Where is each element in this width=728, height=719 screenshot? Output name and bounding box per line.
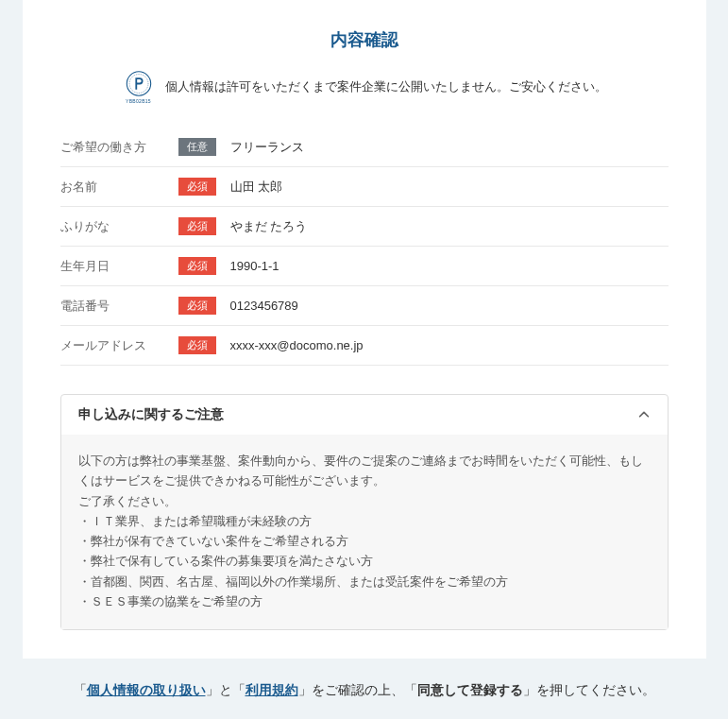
notes-accordion: 申し込みに関するご注意 以下の方は弊社の事業基盤、案件動向から、要件のご提案のご… [60, 394, 669, 630]
privacy-text: 個人情報は許可をいただくまで案件企業に公開いたしません。ご安心ください。 [165, 78, 607, 95]
badge-required: 必須 [178, 257, 216, 275]
value-workstyle: フリーランス [230, 139, 304, 156]
badge-required: 必須 [178, 336, 216, 354]
privacy-mark-icon: YBB02B15 [122, 70, 156, 104]
label-kana: ふりがな [60, 218, 178, 235]
agreement-text: 「個人情報の取り扱い」と「利用規約」をご確認の上、「同意して登録する」を押してく… [23, 682, 706, 699]
label-birth: 生年月日 [60, 258, 178, 275]
value-kana: やまだ たろう [230, 218, 308, 235]
badge-required: 必須 [178, 178, 216, 196]
accordion-header[interactable]: 申し込みに関するご注意 [61, 395, 668, 435]
agree-bold: 同意して登録する [417, 682, 523, 697]
confirmation-card: 内容確認 YBB02B15 個人情報は許可をいただくまで案件企業に公開いたしませ… [23, 0, 706, 659]
label-email: メールアドレス [60, 337, 178, 354]
label-phone: 電話番号 [60, 298, 178, 315]
list-item: 弊社で保有している案件の募集要項を満たさない方 [78, 552, 651, 572]
value-email: xxxx-xxx@docomo.ne.jp [230, 338, 364, 352]
accordion-intro1: 以下の方は弊社の事業基盤、案件動向から、要件のご提案のご連絡までお時間をいただく… [78, 452, 651, 492]
agree-mid1: 」と「 [206, 682, 245, 697]
value-name: 山田 太郎 [230, 179, 283, 196]
accordion-body: 以下の方は弊社の事業基盤、案件動向から、要件のご提案のご連絡までお時間をいただく… [61, 435, 668, 629]
label-name: お名前 [60, 179, 178, 196]
accordion-title: 申し込みに関するご注意 [78, 406, 224, 423]
badge-optional: 任意 [178, 138, 216, 156]
row-email: メールアドレス 必須 xxxx-xxx@docomo.ne.jp [60, 326, 669, 366]
privacy-policy-link[interactable]: 個人情報の取り扱い [87, 682, 206, 697]
privacy-notice: YBB02B15 個人情報は許可をいただくまで案件企業に公開いたしません。ご安心… [60, 70, 669, 104]
accordion-intro2: ご了承ください。 [78, 492, 651, 512]
chevron-up-icon [637, 408, 651, 421]
terms-link[interactable]: 利用規約 [245, 682, 298, 697]
list-item: ＩＴ業界、または希望職種が未経験の方 [78, 512, 651, 532]
row-workstyle: ご希望の働き方 任意 フリーランス [60, 128, 669, 167]
list-item: ＳＥＳ事業の協業をご希望の方 [78, 592, 651, 612]
agree-open1: 「 [74, 682, 87, 697]
notes-list: ＩＴ業界、または希望職種が未経験の方 弊社が保有できていない案件をご希望される方… [78, 512, 651, 612]
badge-required: 必須 [178, 217, 216, 235]
list-item: 首都圏、関西、名古屋、福岡以外の作業場所、または受託案件をご希望の方 [78, 573, 651, 592]
agree-close: 」を押してください。 [523, 682, 655, 697]
page-title: 内容確認 [60, 28, 669, 51]
agree-mid2: 」をご確認の上、「 [298, 682, 417, 697]
row-kana: ふりがな 必須 やまだ たろう [60, 207, 669, 247]
row-phone: 電話番号 必須 0123456789 [60, 286, 669, 326]
value-phone: 0123456789 [230, 299, 298, 313]
list-item: 弊社が保有できていない案件をご希望される方 [78, 532, 651, 552]
value-birth: 1990-1-1 [230, 259, 279, 273]
row-name: お名前 必須 山田 太郎 [60, 167, 669, 207]
row-birth: 生年月日 必須 1990-1-1 [60, 247, 669, 286]
label-workstyle: ご希望の働き方 [60, 139, 178, 156]
pmark-id: YBB02B15 [126, 98, 151, 104]
badge-required: 必須 [178, 297, 216, 315]
